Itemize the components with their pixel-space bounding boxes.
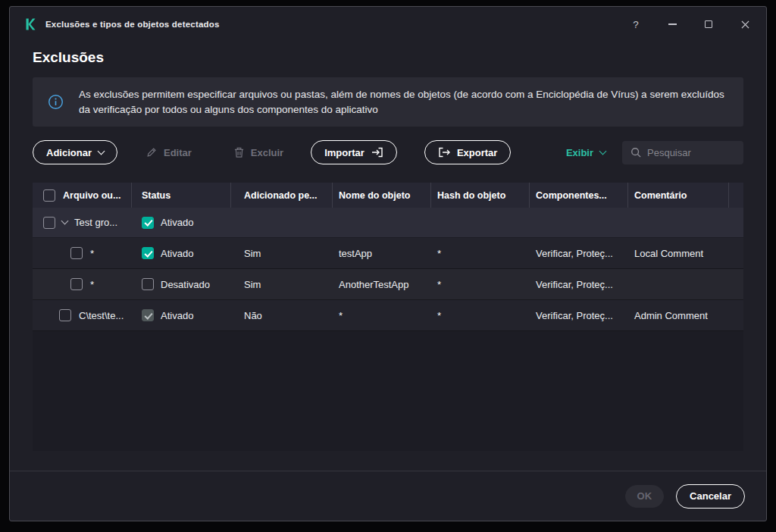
column-header-object-hash[interactable]: Hash do objeto [437, 190, 505, 201]
column-header-components[interactable]: Componentes... [536, 190, 607, 201]
status-label: Ativado [161, 217, 193, 228]
cell-components: Verificar, Proteç... [530, 300, 628, 330]
search-box[interactable] [622, 141, 743, 164]
export-button-label: Exportar [457, 147, 497, 158]
status-label: Ativado [161, 248, 193, 259]
trash-icon [234, 147, 244, 158]
pencil-icon [146, 147, 157, 158]
window-controls: ? [628, 17, 753, 32]
collapse-chevron-icon[interactable] [61, 217, 69, 225]
search-input[interactable] [647, 147, 735, 158]
table-row[interactable]: C\test\te... Ativado Não * * Verificar, … [33, 300, 743, 331]
add-button[interactable]: Adicionar [33, 140, 117, 164]
import-icon [371, 146, 383, 158]
table-row-group[interactable]: Test gro... Ativado [33, 208, 743, 238]
cell-object-hash: * [431, 238, 530, 268]
row-select-checkbox[interactable] [70, 247, 83, 259]
cell-added: Não [231, 300, 333, 330]
maximize-icon [705, 20, 712, 28]
view-button-label: Exibir [566, 147, 593, 158]
column-header-file[interactable]: Arquivo ou... [63, 190, 120, 201]
footer: OK Cancelar [10, 471, 766, 521]
chevron-down-icon [599, 147, 607, 155]
cell-added: Sim [231, 269, 333, 299]
delete-button[interactable]: Excluir [221, 140, 297, 164]
cell-object-name: testApp [333, 238, 431, 268]
cell-file: * [90, 279, 94, 290]
edit-button[interactable]: Editar [133, 140, 205, 164]
info-icon [48, 94, 64, 110]
window-title: Exclusões e tipos de objetos detectados [45, 20, 220, 29]
cell-object-name: * [333, 300, 431, 330]
import-button-label: Importar [324, 147, 365, 158]
toolbar: Adicionar Editar Excluir Importar Export… [33, 140, 743, 164]
ok-button[interactable]: OK [625, 485, 665, 508]
delete-button-label: Excluir [251, 147, 283, 158]
table-empty-area [33, 331, 743, 451]
add-button-label: Adicionar [46, 147, 92, 158]
cell-comment [628, 269, 729, 299]
status-checkbox[interactable] [142, 217, 154, 229]
minimize-icon [668, 23, 677, 25]
minimize-button[interactable] [665, 17, 680, 32]
cell-object-hash: * [431, 269, 530, 299]
info-banner-text: As exclusões permitem especificar arquiv… [79, 87, 728, 117]
scrollbar-column [729, 183, 742, 208]
select-all-checkbox[interactable] [43, 189, 55, 202]
cancel-button[interactable]: Cancelar [676, 484, 745, 509]
export-icon [438, 146, 450, 158]
column-header-added[interactable]: Adicionado pe... [244, 190, 318, 201]
titlebar: Exclusões e tipos de objetos detectados … [10, 7, 766, 42]
close-button[interactable] [737, 17, 753, 32]
cell-file: * [90, 248, 94, 259]
info-banner: As exclusões permitem especificar arquiv… [33, 77, 743, 127]
row-select-checkbox[interactable] [70, 278, 83, 290]
cell-components: Verificar, Proteç... [530, 269, 628, 299]
status-checkbox[interactable] [142, 278, 154, 290]
status-label: Ativado [161, 310, 193, 321]
chevron-down-icon [98, 147, 105, 155]
page-title: Exclusões [33, 49, 743, 66]
cell-comment: Local Comment [628, 238, 729, 268]
row-select-checkbox[interactable] [59, 309, 71, 321]
status-checkbox [142, 309, 154, 321]
row-select-checkbox[interactable] [43, 217, 55, 229]
status-checkbox[interactable] [142, 247, 154, 259]
cell-added: Sim [231, 238, 333, 268]
group-name: Test gro... [74, 217, 117, 228]
import-button[interactable]: Importar [311, 140, 397, 164]
cell-object-hash: * [431, 300, 530, 330]
table-row[interactable]: * Desativado Sim AnotherTestApp * Verifi… [33, 269, 743, 300]
exclusions-window: Exclusões e tipos de objetos detectados … [9, 6, 767, 521]
status-label: Desativado [161, 279, 210, 290]
edit-button-label: Editar [164, 147, 192, 158]
view-button[interactable]: Exibir [566, 147, 605, 158]
column-header-object-name[interactable]: Nome do objeto [339, 190, 410, 201]
help-button[interactable]: ? [628, 17, 643, 32]
close-icon [741, 20, 749, 29]
column-header-status[interactable]: Status [142, 190, 171, 201]
export-button[interactable]: Exportar [424, 140, 511, 164]
cell-object-name: AnotherTestApp [333, 269, 431, 299]
exclusions-table: Arquivo ou... Status Adicionado pe... No… [33, 183, 743, 451]
maximize-button[interactable] [701, 17, 716, 32]
search-icon [630, 147, 641, 158]
cell-components: Verificar, Proteç... [530, 238, 628, 268]
content-area: Exclusões As exclusões permitem especifi… [10, 42, 766, 471]
table-row[interactable]: * Ativado Sim testApp * Verificar, Prote… [33, 238, 743, 269]
table-header: Arquivo ou... Status Adicionado pe... No… [33, 183, 743, 208]
cell-file: C\test\te... [79, 310, 124, 321]
kaspersky-logo-icon [25, 18, 36, 30]
cell-comment: Admin Comment [628, 300, 729, 330]
column-header-comment[interactable]: Comentário [634, 190, 687, 201]
